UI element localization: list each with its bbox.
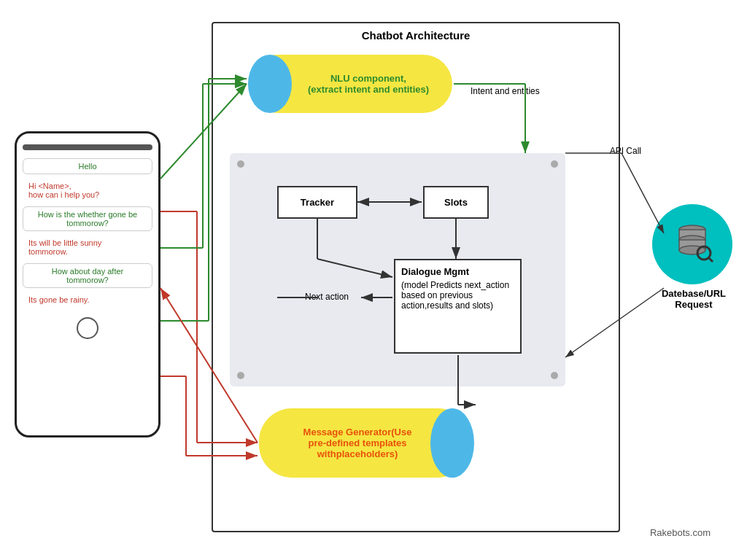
nlu-label: NLU component,(extract intent and entiti… [301,73,429,95]
svg-line-6 [708,257,713,262]
chat-msg-1: Hello [23,158,152,174]
tracker-label: Tracker [301,197,334,208]
slots-box: Slots [423,186,489,219]
msg-gen-label: Message Generator(Usepre-defined templat… [296,427,412,459]
chat-msg-5: How about day aftertommorow? [23,263,152,288]
dialogue-title: Dialogue Mgmt [401,266,514,277]
arch-title: Chatbot Architecture [213,23,619,42]
database-icon [670,219,714,269]
mobile-device: Hello Hi <Name>,how can i help you? How … [15,131,160,438]
label-intent-entities: Intent and entities [471,86,540,96]
diagram-container: Chatbot Architecture NLU component,(extr… [0,0,747,560]
corner-dot-tl [237,160,244,168]
label-api-call: API Call [610,146,641,156]
corner-dot-bl [237,372,244,379]
mobile-status-bar [23,144,152,150]
mobile-home-button [77,317,98,339]
database-circle [652,204,732,284]
nlu-blue-oval [248,55,292,113]
msg-gen-blue-oval [430,408,474,478]
tracker-box: Tracker [277,186,357,219]
watermark: Rakebots.com [650,527,711,538]
label-next-action: Next action [305,292,349,302]
chat-msg-2: Hi <Name>,how can i help you? [23,179,152,202]
dialogue-mgmt-box: Dialogue Mgmt (model Predicts next_actio… [394,259,522,354]
slots-label: Slots [444,197,468,208]
chat-msg-4: Its will be little sunnytommorow. [23,236,152,259]
svg-line-18 [622,153,664,233]
corner-dot-br [551,372,558,379]
chat-msg-3: How is the whether gone be tommorow? [23,206,152,231]
dialogue-body: (model Predicts next_action based on pre… [401,280,514,311]
database-label: Datebase/URLRequest [646,288,741,310]
chat-msg-6: Its gone be rainy. [23,292,152,307]
corner-dot-tr [551,160,558,168]
